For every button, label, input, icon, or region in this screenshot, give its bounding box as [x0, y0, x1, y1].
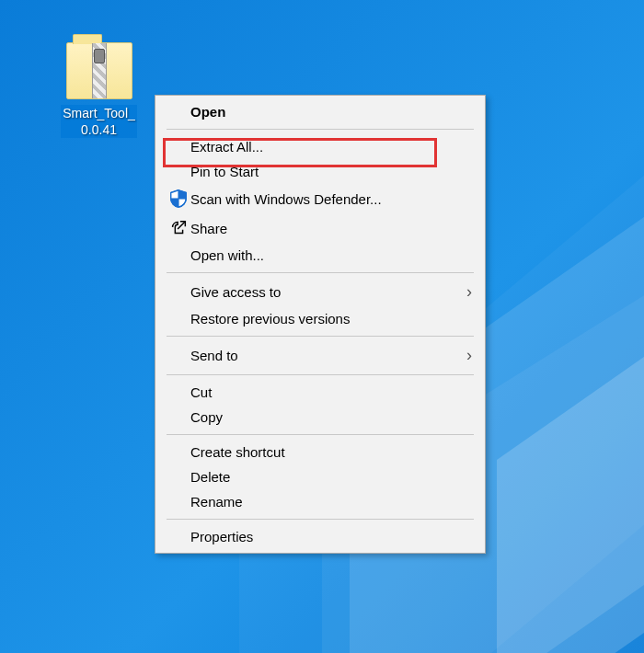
menu-open-label: Open: [190, 104, 472, 120]
menu-rename[interactable]: Rename: [157, 489, 483, 514]
menu-rename-label: Rename: [190, 494, 472, 510]
menu-give-access-to-label: Give access to: [190, 284, 466, 300]
menu-cut[interactable]: Cut: [157, 380, 483, 405]
menu-pin-to-start-label: Pin to Start: [190, 164, 472, 179]
menu-divider: [167, 519, 474, 520]
menu-properties[interactable]: Properties: [157, 524, 483, 549]
menu-create-shortcut-label: Create shortcut: [190, 444, 472, 460]
menu-extract-all-label: Extract All...: [190, 139, 472, 155]
desktop-zip-file[interactable]: Smart_Tool_ 0.0.41: [55, 42, 143, 138]
menu-open[interactable]: Open: [157, 99, 483, 124]
menu-divider: [167, 336, 474, 337]
menu-scan-defender[interactable]: Scan with Windows Defender...: [157, 184, 483, 213]
menu-open-with[interactable]: Open with...: [157, 243, 483, 268]
menu-cut-label: Cut: [190, 384, 472, 400]
menu-pin-to-start[interactable]: Pin to Start: [157, 159, 483, 184]
zip-folder-icon: [66, 42, 132, 99]
menu-send-to-label: Send to: [190, 348, 466, 363]
menu-share-label: Share: [190, 221, 472, 236]
menu-give-access-to[interactable]: Give access to ›: [157, 278, 483, 306]
menu-share[interactable]: Share: [157, 213, 483, 243]
defender-shield-icon: [167, 189, 190, 209]
desktop-icon-label: Smart_Tool_ 0.0.41: [61, 105, 137, 138]
menu-divider: [167, 272, 474, 273]
menu-create-shortcut[interactable]: Create shortcut: [157, 440, 483, 464]
menu-send-to[interactable]: Send to ›: [157, 341, 483, 370]
menu-divider: [167, 374, 474, 375]
menu-delete-label: Delete: [190, 469, 472, 485]
menu-restore-previous-label: Restore previous versions: [190, 311, 472, 326]
chevron-right-icon: ›: [466, 346, 472, 365]
menu-open-with-label: Open with...: [190, 247, 472, 263]
share-icon: [167, 218, 190, 238]
menu-copy[interactable]: Copy: [157, 405, 483, 430]
menu-divider: [167, 129, 474, 130]
chevron-right-icon: ›: [466, 282, 472, 302]
menu-divider: [167, 434, 474, 435]
menu-copy-label: Copy: [190, 409, 472, 425]
menu-properties-label: Properties: [190, 529, 472, 544]
menu-extract-all[interactable]: Extract All...: [157, 134, 483, 159]
menu-scan-defender-label: Scan with Windows Defender...: [190, 191, 472, 207]
context-menu: Open Extract All... Pin to Start Scan wi…: [155, 95, 486, 554]
menu-restore-previous[interactable]: Restore previous versions: [157, 306, 483, 331]
menu-delete[interactable]: Delete: [157, 464, 483, 489]
